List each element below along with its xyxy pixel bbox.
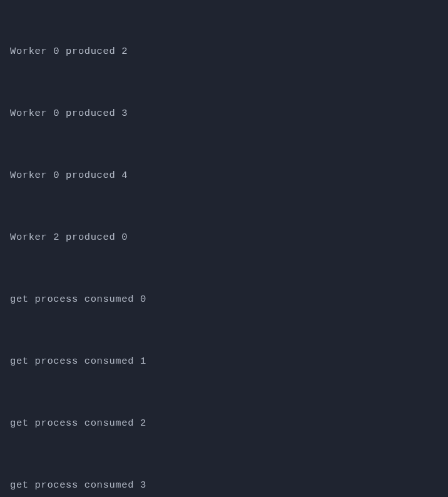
terminal-line: get process consumed 1 xyxy=(10,351,438,372)
terminal-line: Worker 0 produced 2 xyxy=(10,41,438,62)
terminal-line: get process consumed 2 xyxy=(10,413,438,434)
terminal-line: Worker 2 produced 0 xyxy=(10,227,438,248)
terminal-line: Worker 0 produced 4 xyxy=(10,165,438,186)
terminal-output[interactable]: Worker 0 produced 2 Worker 0 produced 3 … xyxy=(0,0,448,497)
terminal-line: get process consumed 3 xyxy=(10,475,438,496)
terminal-line: get process consumed 0 xyxy=(10,289,438,310)
terminal-line: Worker 0 produced 3 xyxy=(10,103,438,124)
